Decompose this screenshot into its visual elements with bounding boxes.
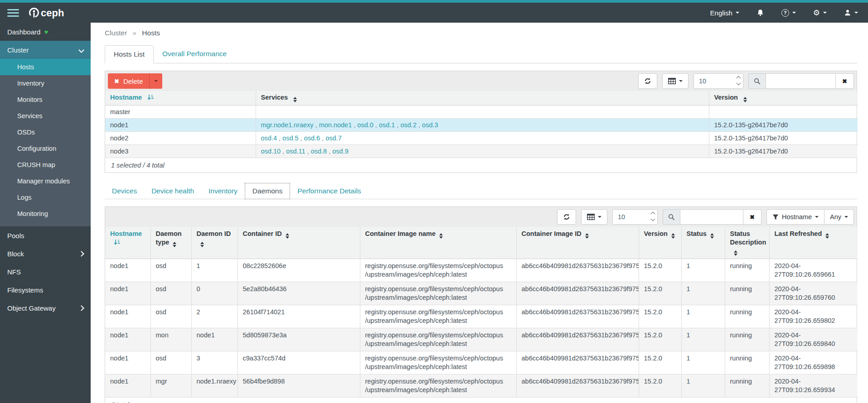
tab-performance-details[interactable]: Performance Details bbox=[290, 183, 368, 199]
service-link[interactable]: mgr.node1.nraexy bbox=[261, 121, 314, 129]
user-icon bbox=[844, 9, 851, 16]
hosts-table-row[interactable]: node2osd.4 , osd.5 , osd.6 , osd.715.2.0… bbox=[105, 132, 858, 145]
refresh-button[interactable] bbox=[557, 209, 576, 225]
col-header-container-id[interactable]: Container ID bbox=[238, 227, 360, 259]
daemons-table-row[interactable]: node1osd05e2a80b46436registry.opensuse.o… bbox=[105, 282, 858, 305]
sort-icon bbox=[825, 233, 829, 239]
column-toggle-dropdown[interactable] bbox=[581, 209, 607, 225]
column-toggle-dropdown[interactable] bbox=[662, 73, 689, 89]
sidebar-item-crush-map[interactable]: CRUSH map bbox=[0, 157, 91, 173]
daemons-table-row[interactable]: node1osd226104f714021registry.opensuse.o… bbox=[105, 305, 858, 328]
tab-device-health[interactable]: Device health bbox=[144, 183, 201, 199]
service-link[interactable]: osd.5 bbox=[282, 134, 298, 142]
tab-overall-performance[interactable]: Overall Performance bbox=[154, 45, 235, 63]
service-link[interactable]: mon.node1 bbox=[319, 121, 352, 129]
daemons-table-row[interactable]: node1mgrnode1.nraexy56b4fbe9d898registry… bbox=[105, 374, 858, 398]
col-header-services[interactable]: Services bbox=[256, 91, 709, 106]
sidebar-item-object-gateway[interactable]: Object Gateway bbox=[0, 299, 91, 317]
sidebar-item-nfs[interactable]: NFS bbox=[0, 263, 91, 281]
service-link[interactable]: osd.9 bbox=[332, 148, 348, 155]
hosts-table-row[interactable]: node1mgr.node1.nraexy , mon.node1 , osd.… bbox=[105, 119, 858, 132]
ceph-logo[interactable]: ceph bbox=[28, 6, 73, 19]
delete-dropdown-toggle[interactable] bbox=[149, 73, 162, 89]
service-link[interactable]: osd.6 bbox=[304, 134, 320, 142]
chevron-down-icon bbox=[792, 12, 796, 14]
service-link[interactable]: osd.7 bbox=[325, 134, 341, 142]
breadcrumb-cluster[interactable]: Cluster bbox=[105, 29, 127, 37]
search-input[interactable] bbox=[680, 209, 743, 225]
col-header-hostname[interactable]: Hostname bbox=[105, 227, 150, 259]
col-header-hostname[interactable]: Hostname bbox=[105, 91, 256, 106]
col-header-container-image-name[interactable]: Container Image name bbox=[360, 227, 516, 259]
sidebar-item-osds[interactable]: OSDs bbox=[0, 124, 91, 140]
spinner-arrows-icon[interactable] bbox=[651, 212, 655, 221]
daemons-table-row[interactable]: node1monnode15d8059873e3aregistry.opensu… bbox=[105, 328, 858, 351]
col-header-last-refreshed[interactable]: Last Refreshed bbox=[769, 227, 858, 259]
col-header-status-description[interactable]: Status Description bbox=[725, 227, 769, 259]
search-input[interactable] bbox=[766, 73, 836, 89]
help-dropdown[interactable]: ? bbox=[781, 9, 796, 17]
service-link[interactable]: osd.2 bbox=[400, 121, 416, 129]
sidebar-item-services[interactable]: Services bbox=[0, 108, 91, 124]
col-header-daemon-type[interactable]: Daemon type bbox=[150, 227, 191, 259]
tab-devices[interactable]: Devices bbox=[105, 183, 144, 199]
service-link[interactable]: osd.11 bbox=[286, 148, 305, 155]
filter-field-dropdown[interactable]: Hostname bbox=[766, 209, 824, 225]
sidebar-item-configuration[interactable]: Configuration bbox=[0, 140, 91, 157]
settings-dropdown[interactable]: ⚙ bbox=[813, 9, 827, 17]
cell-version bbox=[709, 106, 858, 119]
sidebar-item-dashboard[interactable]: Dashboard♥ bbox=[0, 23, 91, 41]
language-dropdown[interactable]: English bbox=[710, 9, 739, 17]
spinner-arrows-icon[interactable] bbox=[737, 77, 740, 85]
service-link[interactable]: osd.4 bbox=[261, 134, 277, 142]
service-link[interactable]: osd.3 bbox=[422, 121, 438, 129]
sidebar-item-monitors[interactable]: Monitors bbox=[0, 91, 91, 108]
sidebar-item-logs[interactable]: Logs bbox=[0, 189, 91, 206]
service-link[interactable]: osd.8 bbox=[311, 148, 327, 155]
cell-version: 15.2.0-135-g26417be7d0 bbox=[709, 119, 858, 132]
cell-hostname: node1 bbox=[105, 374, 150, 398]
daemons-table: Hostname Daemon type Daemon bbox=[105, 227, 858, 398]
col-header-version[interactable]: Version bbox=[639, 227, 681, 259]
caret-down-icon bbox=[154, 80, 158, 82]
hosts-table-row[interactable]: master bbox=[105, 106, 858, 119]
col-header-container-image-id[interactable]: Container Image ID bbox=[516, 227, 639, 259]
sidebar-item-block[interactable]: Block bbox=[0, 245, 91, 263]
cell-hostname: node1 bbox=[105, 351, 150, 374]
service-link[interactable]: osd.0 bbox=[357, 121, 373, 129]
daemons-table-row[interactable]: node1osd108c22852606eregistry.opensuse.o… bbox=[105, 259, 858, 282]
refresh-button[interactable] bbox=[638, 73, 657, 89]
tab-daemons[interactable]: Daemons bbox=[245, 183, 290, 199]
sidebar-item-manager-modules[interactable]: Manager modules bbox=[0, 173, 91, 189]
service-link[interactable]: osd.10 bbox=[261, 148, 281, 155]
filter-value-dropdown[interactable]: Any bbox=[824, 209, 854, 225]
col-header-daemon-id[interactable]: Daemon ID bbox=[191, 227, 238, 259]
page-size-input[interactable] bbox=[612, 209, 658, 225]
sidebar-item-hosts[interactable]: Hosts bbox=[0, 59, 91, 75]
sidebar-item-filesystems[interactable]: Filesystems bbox=[0, 281, 91, 299]
user-dropdown[interactable] bbox=[844, 9, 858, 16]
cell-daemon-type: mon bbox=[150, 328, 191, 351]
page-size-input[interactable] bbox=[693, 73, 743, 89]
menu-toggle-icon[interactable] bbox=[7, 9, 19, 17]
delete-button[interactable]: ✖ Delete bbox=[108, 73, 162, 89]
tab-inventory[interactable]: Inventory bbox=[201, 183, 245, 199]
sidebar-item-cluster[interactable]: Cluster bbox=[0, 41, 91, 59]
clear-search-button[interactable]: ✖ bbox=[743, 209, 761, 225]
hosts-table-row[interactable]: node3osd.10 , osd.11 , osd.8 , osd.915.2… bbox=[105, 145, 858, 158]
sidebar-item-inventory[interactable]: Inventory bbox=[0, 75, 91, 91]
col-header-status[interactable]: Status bbox=[681, 227, 725, 259]
col-header-version[interactable]: Version bbox=[709, 91, 858, 106]
daemons-table-row[interactable]: node1osd3c9a337cc574dregistry.opensuse.o… bbox=[105, 351, 858, 374]
sidebar-item-monitoring[interactable]: Monitoring bbox=[0, 206, 91, 222]
sort-icon bbox=[200, 242, 204, 247]
notifications-button[interactable] bbox=[756, 9, 764, 17]
cell-last-refreshed: 2020-04-27T09:10:26.659840 bbox=[769, 328, 858, 351]
sidebar-item-pools[interactable]: Pools bbox=[0, 226, 91, 245]
service-link[interactable]: osd.1 bbox=[379, 121, 395, 129]
table-grid-icon bbox=[587, 214, 595, 220]
tab-hosts-list[interactable]: Hosts List bbox=[105, 45, 154, 63]
clear-search-button[interactable]: ✖ bbox=[836, 73, 854, 89]
cell-version: 15.2.0-135-g26417be7d0 bbox=[709, 132, 858, 145]
sort-icon bbox=[743, 97, 747, 102]
